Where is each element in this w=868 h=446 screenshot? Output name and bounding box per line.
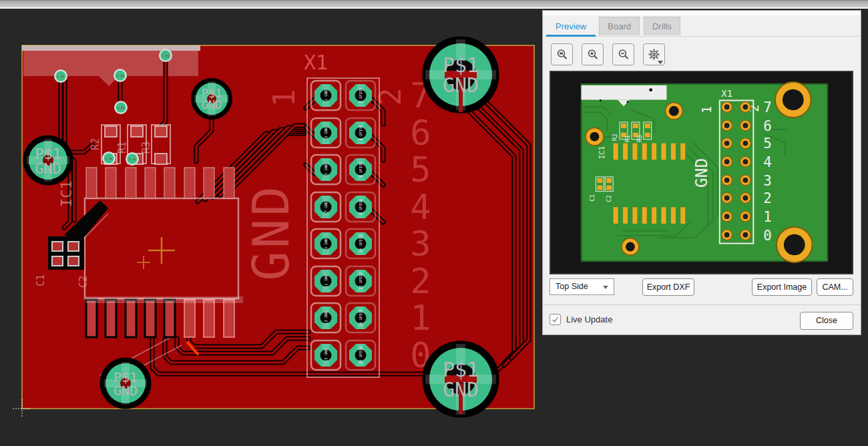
tab-board[interactable]: Board xyxy=(599,17,640,35)
zoom-in-icon xyxy=(587,49,599,61)
svg-text:GND: GND xyxy=(443,378,479,401)
export-image-button[interactable]: Export Image xyxy=(752,278,812,296)
via-net-label: 1-16 xyxy=(105,157,113,160)
preview-panel: Preview Board Drills xyxy=(542,10,861,335)
zoom-fit-button[interactable] xyxy=(551,43,573,65)
svg-text:R2: R2 xyxy=(611,134,618,141)
svg-text:8 GPIO4: 8 GPIO4 xyxy=(359,199,363,215)
editor-drawing[interactable]: IC1 R2 R1 R3 C1 C2 xyxy=(0,9,541,446)
svg-text:2: 2 xyxy=(410,261,431,301)
checkmark-icon xyxy=(551,315,560,324)
zoom-in-button[interactable] xyxy=(582,43,604,65)
svg-text:1: 1 xyxy=(410,298,431,338)
svg-text:4 GPIO6: 4 GPIO6 xyxy=(359,125,363,140)
board-preview-image: R2 R1 R3 IC1 C1 C2 X1 1 xyxy=(550,71,853,274)
svg-text:6 GPIO5: 6 GPIO5 xyxy=(359,162,363,177)
svg-text:GND: GND xyxy=(202,98,222,112)
svg-text:15 GND: 15 GND xyxy=(324,349,328,362)
gnd-net-label: GND xyxy=(242,184,300,281)
svg-text:C1: C1 xyxy=(589,194,596,202)
svg-text:R3: R3 xyxy=(636,135,643,142)
svg-text:GND: GND xyxy=(692,158,711,188)
preview-toolbar xyxy=(551,43,665,65)
via-net-label: 1-16 xyxy=(117,74,124,77)
preview-controls: Top Side Export DXF Export Image CAM... xyxy=(550,278,853,296)
svg-text:16 GPIO0: 16 GPIO0 xyxy=(359,347,363,365)
svg-text:11 GND: 11 GND xyxy=(324,274,328,288)
panel-footer: Live Update Close xyxy=(550,311,853,331)
svg-text:R1: R1 xyxy=(624,135,631,143)
export-dxf-button[interactable]: Export DXF xyxy=(642,278,694,296)
r1-designator: R1 xyxy=(116,142,128,154)
side-select[interactable]: Top Side xyxy=(550,278,614,295)
preview-ic1-designator: IC1 xyxy=(598,146,606,160)
panel-divider xyxy=(543,304,861,305)
svg-text:C2: C2 xyxy=(606,195,612,202)
r3-designator: R3 xyxy=(140,142,152,154)
side-select-value: Top Side xyxy=(556,282,588,291)
svg-text:9 GND: 9 GND xyxy=(324,238,328,250)
tab-preview[interactable]: Preview xyxy=(547,17,595,35)
pin1-marker: 1 xyxy=(267,89,301,107)
svg-text:GND: GND xyxy=(443,73,479,97)
svg-text:3: 3 xyxy=(410,224,431,264)
via-net-label: 1-16 xyxy=(57,75,65,78)
svg-text:1: 1 xyxy=(763,209,772,225)
settings-gear-icon xyxy=(648,48,660,61)
zoom-fit-icon xyxy=(556,49,568,61)
close-button[interactable]: Close xyxy=(800,312,853,330)
svg-text:4: 4 xyxy=(763,154,772,170)
via-net-label: 1-16 xyxy=(129,158,136,161)
preview-settings-button[interactable] xyxy=(643,43,665,65)
svg-text:X1: X1 xyxy=(721,88,732,99)
svg-text:2 GPIO7: 2 GPIO7 xyxy=(359,87,363,103)
svg-text:5 GND: 5 GND xyxy=(324,164,328,176)
svg-text:7: 7 xyxy=(763,99,772,116)
ic1-designator: IC1 xyxy=(58,180,75,207)
panel-top-strip xyxy=(543,11,861,15)
r2-designator: R2 xyxy=(89,138,101,150)
pin2-marker: 2 xyxy=(373,88,407,106)
svg-text:14 GPIO1: 14 GPIO1 xyxy=(359,309,363,327)
svg-text:10 GPIO3: 10 GPIO3 xyxy=(359,235,363,253)
c2-designator: C2 xyxy=(77,276,89,288)
svg-text:13 GND: 13 GND xyxy=(324,311,328,324)
zoom-out-button[interactable] xyxy=(612,43,634,65)
svg-text:12 GPIO2: 12 GPIO2 xyxy=(359,272,363,290)
settings-dropdown-caret-icon xyxy=(658,61,663,64)
power-pad[interactable]: P$1 GND xyxy=(103,361,148,406)
window-top-strip xyxy=(0,0,868,9)
live-update-label: Live Update xyxy=(566,314,612,324)
svg-text:6: 6 xyxy=(410,113,431,153)
power-pad[interactable]: P$1 GND xyxy=(26,138,70,182)
svg-text:4: 4 xyxy=(410,187,431,227)
live-update-checkbox[interactable] xyxy=(550,314,561,325)
zoom-out-icon xyxy=(618,49,630,61)
svg-text:7 GND: 7 GND xyxy=(324,202,328,213)
connector-designator: X1 xyxy=(304,51,328,74)
cam-button[interactable]: CAM... xyxy=(817,278,853,296)
svg-text:6: 6 xyxy=(763,118,772,134)
svg-text:5: 5 xyxy=(410,150,431,190)
tab-drills[interactable]: Drills xyxy=(644,17,680,35)
power-pad[interactable]: P$1 GND xyxy=(194,81,230,117)
power-pad[interactable]: P$1 GND xyxy=(425,344,496,415)
svg-text:2: 2 xyxy=(763,190,772,206)
svg-text:0: 0 xyxy=(763,228,772,244)
c1-designator: C1 xyxy=(35,274,47,286)
svg-text:3 GND: 3 GND xyxy=(324,128,328,139)
via-net-label: 1-16 xyxy=(162,54,170,57)
svg-text:1 GND: 1 GND xyxy=(324,90,328,101)
svg-text:1: 1 xyxy=(700,106,714,114)
svg-text:GND: GND xyxy=(35,160,61,177)
svg-text:GND: GND xyxy=(114,383,138,399)
svg-text:5: 5 xyxy=(763,136,772,152)
svg-text:3: 3 xyxy=(763,173,772,189)
chevron-down-icon xyxy=(603,286,608,289)
tab-bar: Preview Board Drills xyxy=(547,17,684,36)
pcb-editor-canvas[interactable]: IC1 R2 R1 R3 C1 C2 xyxy=(0,9,541,446)
power-pad[interactable]: P$1 GND xyxy=(425,39,496,112)
via-net-label: 1-16 xyxy=(118,106,125,109)
